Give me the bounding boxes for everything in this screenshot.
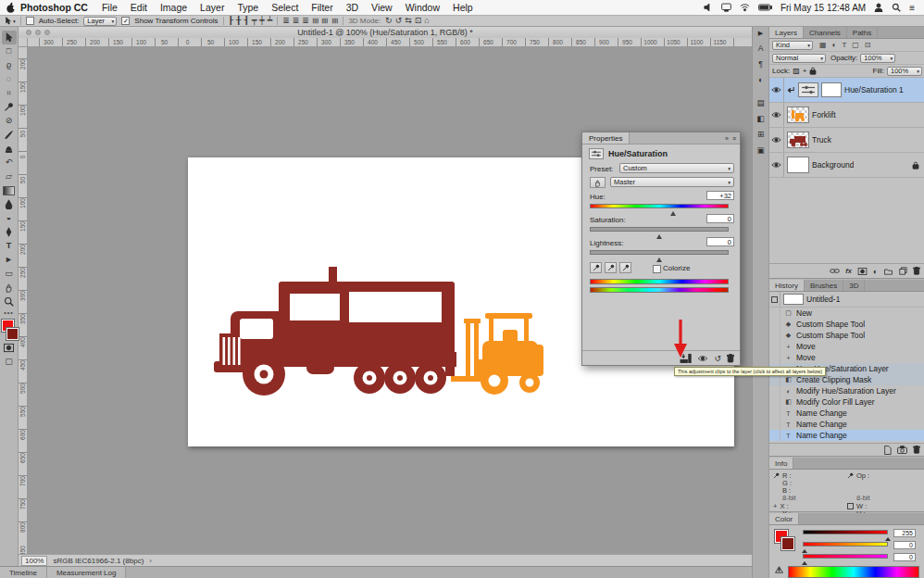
distribute-icon[interactable]: ≣ xyxy=(311,18,319,25)
layer-thumbnail[interactable] xyxy=(787,132,809,148)
lasso-tool[interactable]: ϱ xyxy=(2,58,17,72)
history-state-label[interactable]: Move xyxy=(796,353,816,362)
blend-mode-select[interactable]: Normal▾ xyxy=(772,54,826,63)
menu-item[interactable]: Help xyxy=(446,2,480,13)
healing-brush-tool[interactable]: ⊘ xyxy=(2,114,17,128)
visibility-eye-icon[interactable] xyxy=(769,153,784,177)
align-icon[interactable]: ┠ xyxy=(229,17,233,25)
rectangle-tool[interactable]: ▭ xyxy=(2,267,17,281)
history-source-cell[interactable] xyxy=(769,308,780,319)
horizontal-ruler[interactable]: 3002502001501005005010015020025030035040… xyxy=(28,38,752,47)
history-state-label[interactable]: Modify Hue/Saturation Layer xyxy=(796,386,896,396)
history-brush-tool[interactable]: ↶ xyxy=(2,156,17,170)
edit-toolbar-icon[interactable]: ••• xyxy=(4,309,13,316)
search-icon[interactable] xyxy=(892,3,901,12)
distribute-icon[interactable]: ≣ xyxy=(331,18,339,25)
show-transform-checkbox[interactable]: ✓ xyxy=(121,17,130,25)
layer-row-hue-saturation[interactable]: Hue/Saturation 1 xyxy=(769,78,924,103)
add-mask-icon[interactable] xyxy=(857,268,868,275)
new-layer-icon[interactable] xyxy=(899,267,907,275)
saturation-value[interactable]: 0 xyxy=(706,214,734,223)
history-source-cell[interactable] xyxy=(769,385,780,396)
history-state-row[interactable]: T Name Change xyxy=(769,408,924,419)
status-chevron-icon[interactable]: › xyxy=(149,557,152,565)
colorize-checkbox[interactable] xyxy=(653,265,661,273)
snapshot-name[interactable]: Untitled-1 xyxy=(806,295,840,304)
layer-thumbnail[interactable] xyxy=(787,107,809,123)
menu-item[interactable]: Type xyxy=(231,2,265,13)
gradient-tool[interactable] xyxy=(2,183,17,197)
green-slider[interactable] xyxy=(803,542,888,547)
properties-tab[interactable]: Properties xyxy=(582,132,630,144)
visibility-eye-icon[interactable] xyxy=(697,355,708,362)
history-state-label[interactable]: Create Clipping Mask xyxy=(796,375,871,384)
red-value[interactable]: 255 xyxy=(893,529,916,537)
panel-tab[interactable]: 3D xyxy=(843,280,865,291)
history-state-label[interactable]: Move xyxy=(796,342,816,351)
bottom-panel-tab[interactable]: Measurement Log xyxy=(47,567,126,578)
visibility-eye-icon[interactable] xyxy=(769,103,784,127)
panel-dock-icon[interactable]: ¶ xyxy=(758,59,763,69)
panel-tab[interactable]: Color xyxy=(769,513,799,524)
history-source-cell[interactable] xyxy=(769,396,780,408)
menu-item[interactable]: Image xyxy=(154,2,194,13)
distribute-icon[interactable]: ≣ xyxy=(282,17,290,25)
battery-icon[interactable] xyxy=(758,3,772,12)
hue-slider[interactable] xyxy=(590,204,729,208)
history-source-cell[interactable] xyxy=(769,330,780,341)
apple-menu-icon[interactable] xyxy=(6,2,16,14)
menu-item[interactable]: Layer xyxy=(194,2,231,13)
history-source-cell[interactable] xyxy=(769,319,780,330)
background-color-swatch[interactable] xyxy=(781,537,794,550)
rectangular-marquee-tool[interactable]: □ xyxy=(2,44,17,58)
history-state-row[interactable]: T Name Change xyxy=(769,430,924,441)
visibility-eye-icon[interactable] xyxy=(769,78,784,102)
eyedropper-add-icon[interactable] xyxy=(605,262,617,273)
link-layers-icon[interactable] xyxy=(830,268,840,274)
history-source-cell[interactable] xyxy=(769,341,780,352)
notification-list-icon[interactable]: ≡ xyxy=(909,3,915,13)
mode-3d-icon[interactable]: ↻ xyxy=(385,17,393,25)
history-state-row[interactable]: ▢ New xyxy=(769,308,924,319)
clone-stamp-tool[interactable] xyxy=(2,142,17,156)
menu-item[interactable]: Window xyxy=(399,2,446,13)
history-state-label[interactable]: Name Change xyxy=(796,420,847,429)
eyedropper-sample-icon[interactable] xyxy=(590,262,602,273)
background-color-swatch[interactable] xyxy=(6,328,19,340)
panel-dock-icon[interactable]: A xyxy=(758,44,764,53)
brush-tool[interactable] xyxy=(2,128,17,142)
quick-selection-tool[interactable]: ◌ xyxy=(2,72,17,86)
mode-3d-icon[interactable]: ⌂ xyxy=(424,17,429,25)
mode-3d-icon[interactable]: ⊡ xyxy=(415,17,422,25)
kind-filter-select[interactable]: Kind▾ xyxy=(772,41,813,50)
auto-select-target-select[interactable]: Layer▾ xyxy=(83,17,117,26)
new-snapshot-icon[interactable] xyxy=(897,446,907,454)
path-selection-tool[interactable]: ► xyxy=(2,253,17,267)
targeted-adjustment-icon[interactable] xyxy=(590,177,606,188)
layer-name[interactable]: Hue/Saturation 1 xyxy=(844,85,904,94)
layer-name[interactable]: Truck xyxy=(812,135,831,144)
bottom-panel-tab[interactable]: Timeline xyxy=(0,567,47,578)
blur-tool[interactable] xyxy=(2,197,17,211)
history-state-row[interactable]: T Name Change xyxy=(769,419,924,430)
window-close-button[interactable] xyxy=(26,30,31,35)
current-tool-icon[interactable]: ▾ xyxy=(4,17,16,25)
panel-dock-icon[interactable]: ◐ xyxy=(758,75,763,84)
hand-tool[interactable] xyxy=(2,281,17,295)
zoom-tool[interactable] xyxy=(2,295,17,308)
layer-name[interactable]: Forklift xyxy=(812,110,836,119)
delete-adjustment-icon[interactable] xyxy=(727,354,734,363)
red-slider[interactable] xyxy=(803,530,888,534)
align-icon[interactable]: ┷ xyxy=(268,17,272,25)
lock-position-icon[interactable]: + xyxy=(803,67,807,75)
app-name[interactable]: Photoshop CC xyxy=(16,2,95,13)
opacity-select[interactable]: 100%▾ xyxy=(860,54,895,63)
ruler-corner[interactable] xyxy=(19,38,28,47)
eraser-tool[interactable]: ▱ xyxy=(2,170,17,183)
new-group-icon[interactable] xyxy=(883,268,893,275)
history-source-cell[interactable] xyxy=(769,408,780,419)
panel-dock-icon[interactable]: ▶ xyxy=(758,30,763,37)
blue-slider[interactable] xyxy=(803,554,888,559)
visibility-eye-icon[interactable] xyxy=(769,128,784,152)
layer-thumbnail[interactable] xyxy=(787,157,809,173)
